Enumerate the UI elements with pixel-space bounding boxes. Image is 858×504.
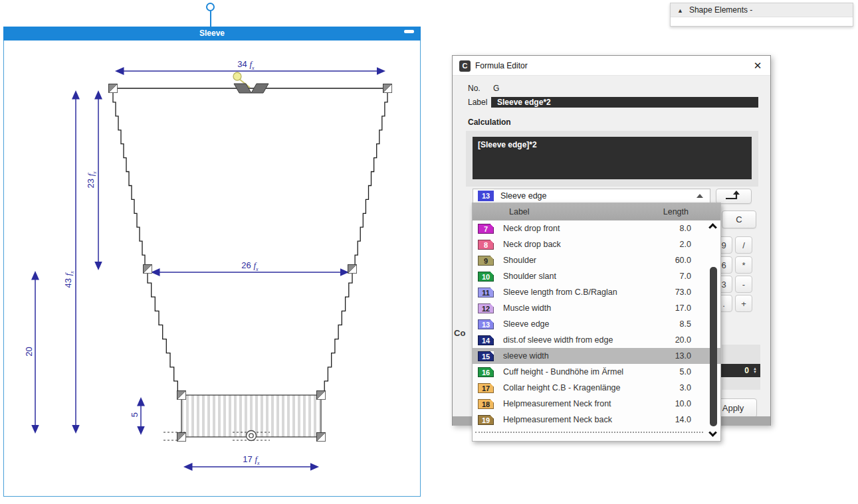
dim-top-width: 34 fx (219, 59, 272, 71)
measure-length: 8.5 (680, 319, 691, 329)
dim-total-height: 43 fx (63, 260, 75, 299)
measure-length: 5.0 (680, 367, 691, 377)
measure-label: Muscle width (503, 303, 675, 313)
measure-length: 8.0 (680, 224, 691, 233)
occluded-text-fragment: Co (454, 328, 465, 338)
collapse-arrow-icon: ▲ (677, 7, 683, 14)
dim-mid-width: 26 fx (223, 260, 276, 272)
edit-pen-icon (490, 288, 494, 292)
measure-label: Cuff height - Bundhöhe im Ärmel (503, 367, 680, 377)
measure-length: 60.0 (675, 256, 691, 265)
measure-number-badge: 9 (478, 256, 494, 266)
measurement-dropdown[interactable]: 13 Sleeve edge (473, 189, 710, 203)
measure-number-badge: 16 (478, 367, 494, 377)
measure-list-item[interactable]: 8 Neck drop back 2.0 (473, 236, 720, 252)
fx-symbol: fx (253, 260, 258, 270)
app-logo-icon: C (459, 60, 471, 72)
measure-length: 7.0 (680, 272, 691, 281)
close-icon[interactable]: ✕ (752, 60, 764, 72)
measure-list-item[interactable]: 14 dist.of sleeve width from edge 20.0 (473, 332, 720, 348)
measure-list-item[interactable]: 7 Neck drop front 8.0 (473, 220, 720, 236)
measure-number-badge: 11 (478, 288, 494, 297)
sleeve-left-upper-edge[interactable] (113, 88, 148, 269)
edit-pen-icon (490, 319, 494, 323)
measure-list-item[interactable]: 18 Helpmeasurement Neck front 10.0 (473, 396, 720, 412)
measure-list-item[interactable]: 11 Sleeve length from C.B/Raglan 73.0 (473, 284, 720, 300)
label-input[interactable]: Sleeve edge*2 (491, 97, 758, 108)
measure-list-item[interactable]: 13 Sleeve edge 8.5 (473, 316, 720, 332)
list-bottom-separator (475, 432, 703, 433)
keypad-key[interactable]: + (735, 295, 752, 312)
measure-length: 14.0 (675, 415, 691, 424)
measure-label: dist.of sleeve width from edge (503, 335, 675, 345)
measure-number-badge: 15 (478, 351, 494, 361)
split-marker-icon[interactable] (233, 72, 268, 93)
measure-label: Sleeve length from C.B/Raglan (503, 288, 675, 297)
shape-elements-panel: ▲Shape Elements - (670, 3, 853, 27)
measure-number-badge: 13 (478, 191, 494, 201)
spinner-arrows-icon[interactable]: ▲▼ (753, 367, 757, 374)
keypad-key[interactable]: - (735, 276, 752, 293)
measure-number-badge: 14 (478, 335, 494, 345)
edit-pen-icon (490, 335, 494, 339)
measure-list-item[interactable]: 15 sleeve width 13.0 (473, 348, 720, 364)
scroll-up-icon[interactable] (708, 223, 717, 232)
sleeve-right-lower-edge[interactable] (321, 269, 352, 395)
measure-number-badge: 19 (478, 415, 494, 425)
scroll-down-icon[interactable] (708, 428, 717, 437)
keypad-key[interactable]: / (735, 236, 752, 254)
measure-list-item[interactable]: 19 Helpmeasurement Neck back 14.0 (473, 412, 720, 428)
shape-elements-empty-row[interactable] (671, 17, 853, 26)
measure-label: Helpmeasurement Neck front (503, 399, 675, 408)
measure-list-item[interactable]: 9 Shoulder 60.0 (473, 252, 720, 268)
fx-symbol: fx (249, 59, 254, 69)
measure-dropdown-value: Sleeve edge (500, 191, 697, 201)
measure-length: 17.0 (675, 303, 691, 313)
edit-pen-icon (490, 415, 494, 419)
scrollbar[interactable] (708, 222, 718, 438)
column-label: Label (509, 207, 663, 216)
edit-pen-icon (490, 367, 494, 371)
dim-upper-height: 23 fx (86, 160, 98, 200)
measure-label: Shoulder (503, 256, 675, 265)
edit-pen-icon (490, 303, 494, 307)
sleeve-left-lower-edge[interactable] (148, 269, 181, 395)
fx-symbol: fx (86, 171, 96, 176)
measure-label: Helpmeasurement Neck back (503, 415, 675, 424)
edit-pen-icon (490, 256, 494, 260)
origin-target-icon[interactable] (247, 431, 257, 441)
dim-lower-height: 20 (24, 332, 34, 372)
measure-list-item[interactable]: 10 Shoulder slant 7.0 (473, 268, 720, 284)
measure-label: Collar height C.B - Kragenlänge (503, 383, 680, 392)
measure-number-badge: 18 (478, 399, 494, 409)
no-label: No. (468, 84, 481, 93)
list-header-row: Label Length (473, 203, 720, 220)
formula-input[interactable]: [Sleeve edge]*2 (473, 137, 752, 179)
measure-label: Sleeve edge (503, 319, 680, 329)
measure-length: 2.0 (680, 240, 691, 249)
insert-arrow-icon (725, 191, 742, 200)
edit-pen-icon (490, 383, 494, 387)
edit-pen-icon (490, 399, 494, 403)
measure-label: sleeve width (503, 351, 675, 361)
dialog-title: Formula Editor (475, 61, 528, 70)
measure-length: 73.0 (675, 288, 691, 297)
sleeve-right-upper-edge[interactable] (352, 88, 387, 269)
clear-button[interactable]: C (722, 210, 756, 228)
scrollbar-thumb[interactable] (710, 267, 717, 426)
measure-label: Neck drop back (503, 240, 680, 249)
shape-elements-header[interactable]: ▲Shape Elements - (671, 3, 853, 17)
measure-number-badge: 7 (478, 224, 494, 234)
measure-list-item[interactable]: 17 Collar height C.B - Kragenlänge 3.0 (473, 380, 720, 396)
insert-measure-button[interactable] (716, 189, 752, 204)
edit-pen-icon (490, 351, 494, 355)
dialog-titlebar[interactable]: C Formula Editor ✕ (453, 56, 770, 76)
measure-list-item[interactable]: 12 Muscle width 17.0 (473, 300, 720, 316)
edit-pen-icon (490, 272, 494, 276)
fx-symbol: fx (63, 271, 73, 276)
label-label: Label (468, 98, 487, 107)
keypad-key[interactable]: * (735, 256, 752, 274)
measure-list-item[interactable]: 16 Cuff height - Bundhöhe im Ärmel 5.0 (473, 364, 720, 380)
measure-length: 3.0 (680, 383, 691, 392)
shape-elements-title: Shape Elements - (689, 5, 752, 15)
